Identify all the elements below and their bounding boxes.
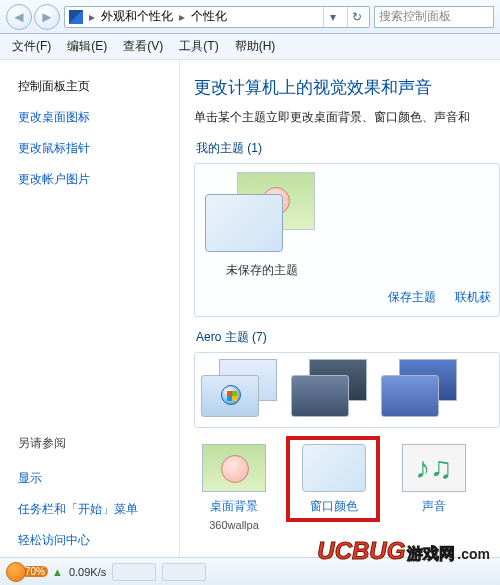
main-panel: 更改计算机上的视觉效果和声音 单击某个主题立即更改桌面背景、窗口颜色、声音和 我… [180, 60, 500, 559]
back-button[interactable]: ◄ [6, 4, 32, 30]
desktop-background-button[interactable]: 桌面背景 360wallpa [194, 444, 274, 531]
menu-bar: 文件(F) 编辑(E) 查看(V) 工具(T) 帮助(H) [0, 34, 500, 60]
breadcrumb-level2[interactable]: 个性化 [191, 8, 227, 25]
breadcrumb-sep: ▸ [89, 10, 95, 24]
my-themes-group: 未保存的主题 保存主题 联机获 [194, 163, 500, 317]
save-theme-link[interactable]: 保存主题 [388, 290, 436, 304]
sidebar-ease-of-access[interactable]: 轻松访问中心 [18, 532, 165, 549]
search-placeholder: 搜索控制面板 [379, 8, 451, 25]
menu-file[interactable]: 文件(F) [12, 38, 51, 55]
aero-themes-title: Aero 主题 (7) [196, 329, 498, 346]
forward-button[interactable]: ► [34, 4, 60, 30]
sound-icon: ♪♫ [402, 444, 466, 492]
menu-view[interactable]: 查看(V) [123, 38, 163, 55]
sidebar-change-pointers[interactable]: 更改鼠标指针 [18, 140, 165, 157]
window-preview-icon [205, 194, 283, 252]
theme-unsaved-label: 未保存的主题 [203, 262, 321, 279]
address-bar[interactable]: ▸ 外观和个性化 ▸ 个性化 ▾ ↻ [64, 6, 370, 28]
taskbar-tab[interactable] [112, 563, 156, 581]
aero-theme-1[interactable] [201, 359, 285, 421]
pig-icon [221, 455, 249, 483]
taskbar: 70% ▲ 0.09K/s [0, 557, 500, 585]
window-nav-bar: ◄ ► ▸ 外观和个性化 ▸ 个性化 ▾ ↻ 搜索控制面板 [0, 0, 500, 34]
sidebar-taskbar[interactable]: 任务栏和「开始」菜单 [18, 501, 165, 518]
sidebar-change-icons[interactable]: 更改桌面图标 [18, 109, 165, 126]
page-subtext: 单击某个主题立即更改桌面背景、窗口颜色、声音和 [194, 109, 500, 126]
my-themes-title: 我的主题 (1) [196, 140, 498, 157]
wallpaper-subtext: 360wallpa [194, 519, 274, 531]
window-color-icon [302, 444, 366, 492]
aero-theme-2[interactable] [291, 359, 375, 421]
window-color-button[interactable]: 窗口颜色 [294, 444, 374, 515]
online-themes-link[interactable]: 联机获 [455, 290, 491, 304]
control-panel-icon [69, 10, 83, 24]
wallpaper-thumb-icon [202, 444, 266, 492]
menu-tools[interactable]: 工具(T) [179, 38, 218, 55]
upload-arrow-icon: ▲ [52, 566, 63, 578]
theme-unsaved[interactable]: 未保存的主题 [203, 172, 321, 279]
menu-edit[interactable]: 编辑(E) [67, 38, 107, 55]
sidebar-see-also-label: 另请参阅 [18, 435, 165, 452]
nav-arrows: ◄ ► [6, 4, 60, 30]
breadcrumb-level1[interactable]: 外观和个性化 [101, 8, 173, 25]
sound-label: 声音 [394, 498, 474, 515]
search-input[interactable]: 搜索控制面板 [374, 6, 494, 28]
menu-help[interactable]: 帮助(H) [235, 38, 276, 55]
sidebar: 控制面板主页 更改桌面图标 更改鼠标指针 更改帐户图片 另请参阅 显示 任务栏和… [0, 60, 180, 559]
desktop-background-label: 桌面背景 [194, 498, 274, 515]
theme-actions: 保存主题 联机获 [203, 289, 491, 306]
breadcrumb-dropdown[interactable]: ▾ [323, 6, 341, 28]
sidebar-display[interactable]: 显示 [18, 470, 165, 487]
aero-theme-3[interactable] [381, 359, 465, 421]
sound-button[interactable]: ♪♫ 声音 [394, 444, 474, 515]
breadcrumb-sep: ▸ [179, 10, 185, 24]
refresh-button[interactable]: ↻ [347, 6, 365, 28]
aero-themes-row [194, 352, 500, 428]
windows-logo-icon [221, 385, 241, 405]
network-speed: 0.09K/s [69, 566, 106, 578]
taskbar-tab[interactable] [162, 563, 206, 581]
zoom-orb-icon[interactable] [6, 562, 26, 582]
page-heading: 更改计算机上的视觉效果和声音 [194, 76, 500, 99]
sidebar-home[interactable]: 控制面板主页 [18, 78, 165, 95]
sidebar-change-account-pic[interactable]: 更改帐户图片 [18, 171, 165, 188]
personalization-row: 桌面背景 360wallpa 窗口颜色 ♪♫ 声音 [194, 444, 500, 531]
